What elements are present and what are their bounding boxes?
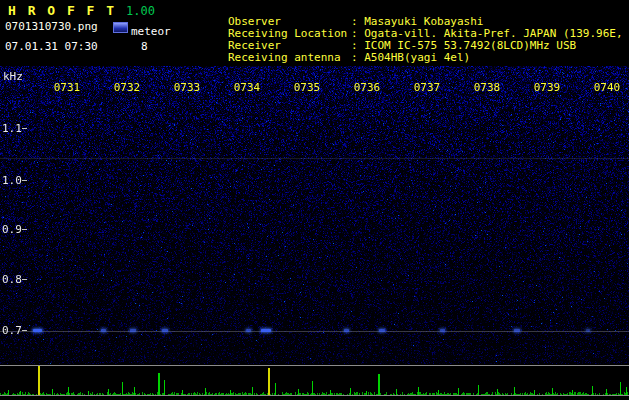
time-tick-label: 0739 xyxy=(532,81,562,94)
meteor-echo xyxy=(33,329,42,332)
app-version: 1.00 xyxy=(126,4,155,18)
meteor-count: 8 xyxy=(141,40,148,53)
freq-tick-mark xyxy=(22,128,27,129)
freq-tick-mark xyxy=(22,279,27,280)
info-row-observer: Observer: Masayuki Kobayashi xyxy=(175,4,629,16)
meteor-echo xyxy=(514,329,520,332)
datetime-label: 07.01.31 07:30 xyxy=(5,40,98,53)
signal-level-canvas xyxy=(0,364,629,400)
hrofft-output: H R O F F T 1.00 0701310730.png meteor 0… xyxy=(0,0,629,400)
time-tick-label: 0740 xyxy=(592,81,622,94)
signal-level-panel xyxy=(0,364,629,400)
freq-tick-label: 0.9 xyxy=(2,223,22,236)
mode-label: meteor xyxy=(131,25,171,38)
freq-tick-mark xyxy=(22,180,27,181)
time-tick-label: 0733 xyxy=(172,81,202,94)
time-tick-label: 0731 xyxy=(52,81,82,94)
meteor-echo xyxy=(101,329,106,332)
header: H R O F F T 1.00 0701310730.png meteor 0… xyxy=(0,0,629,66)
freq-unit-label: kHz xyxy=(3,70,23,83)
time-tick-label: 0736 xyxy=(352,81,382,94)
meteor-echo xyxy=(261,329,271,332)
meteor-echo xyxy=(246,329,251,332)
meteor-echo xyxy=(586,329,590,332)
meteor-echo xyxy=(130,329,136,332)
freq-tick-label: 1.1 xyxy=(2,122,22,135)
freq-tick-mark xyxy=(22,330,27,331)
time-tick-label: 0732 xyxy=(112,81,142,94)
meteor-echo xyxy=(440,329,445,332)
meter-icon xyxy=(113,22,128,33)
station-info: Observer: Masayuki Kobayashi Receiving L… xyxy=(175,4,629,52)
spectrogram-noise-canvas xyxy=(0,66,629,364)
meteor-echo xyxy=(379,329,385,332)
app-logo: H R O F F T xyxy=(8,3,116,18)
time-tick-label: 0737 xyxy=(412,81,442,94)
meteor-echo xyxy=(344,329,349,332)
freq-tick-mark xyxy=(22,229,27,230)
freq-tick-label: 0.7 xyxy=(2,324,22,337)
info-value: : A504HB(yagi 4el) xyxy=(351,51,470,64)
meteor-echo xyxy=(162,329,168,332)
time-tick-label: 0734 xyxy=(232,81,262,94)
spectrogram-panel: kHz 073107320733073407350736073707380739… xyxy=(0,66,629,364)
freq-tick-label: 0.8 xyxy=(2,273,22,286)
time-tick-label: 0735 xyxy=(292,81,322,94)
output-filename: 0701310730.png xyxy=(5,20,98,33)
info-label: Receiving antenna xyxy=(228,52,351,64)
freq-tick-label: 1.0 xyxy=(2,174,22,187)
time-tick-label: 0738 xyxy=(472,81,502,94)
